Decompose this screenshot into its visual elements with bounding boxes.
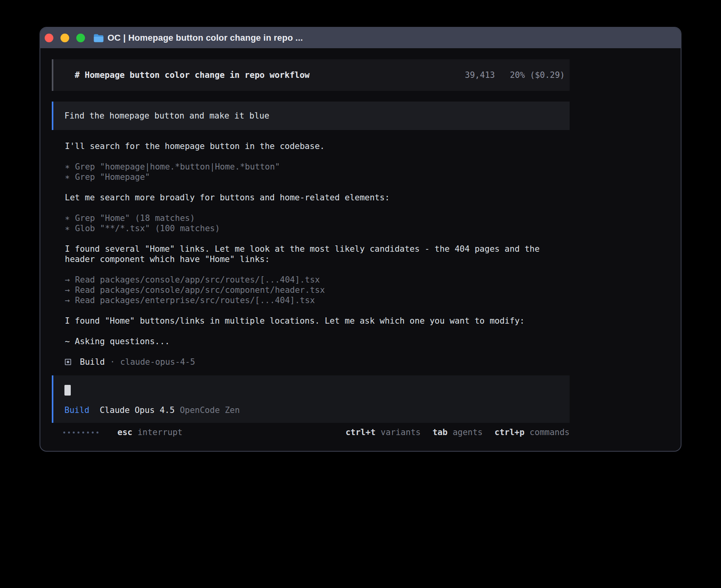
tool-call: → Read packages/console/app/src/routes/[…: [65, 275, 570, 285]
assistant-message: I found "Home" buttons/links in multiple…: [65, 316, 570, 326]
conversation: I'll search for the homepage button in t…: [65, 141, 570, 367]
session-stats: 39,413 20% ($0.29): [465, 70, 565, 80]
user-message: Find the homepage button and make it blu…: [52, 102, 570, 130]
close-button[interactable]: [45, 34, 53, 42]
tool-call-text: Grep "Home" (18 matches): [75, 213, 195, 223]
input-agent-label: Build: [64, 405, 89, 415]
esc-label: interrupt: [138, 427, 183, 437]
agent-build-icon: [65, 359, 71, 365]
ctrl-t-key: ctrl+t: [345, 427, 376, 437]
tool-call: ∗ Grep "homepage|home.*button|Home.*butt…: [65, 162, 570, 172]
tool-call: ∗ Glob "**/*.tsx" (100 matches): [65, 223, 570, 234]
agent-separator: ·: [110, 357, 115, 367]
minimize-button[interactable]: [60, 34, 69, 42]
commands-hint: ctrl+p commands: [495, 427, 570, 437]
token-count: 39,413: [465, 70, 495, 80]
tool-call-group: → Read packages/console/app/src/routes/[…: [65, 275, 570, 305]
variants-hint: ctrl+t variants: [345, 427, 421, 437]
esc-key: esc: [117, 427, 132, 437]
agents-hint: tab agents: [432, 427, 483, 437]
tool-call-text: Read packages/enterprise/src/routes/[...…: [75, 295, 315, 305]
assistant-message: I found several "Home" links. Let me loo…: [65, 244, 570, 264]
asking-status: ~ Asking questions...: [65, 336, 570, 347]
context-usage: 20% ($0.29): [510, 70, 565, 80]
tool-call-group: ∗ Grep "Home" (18 matches) ∗ Glob "**/*.…: [65, 213, 570, 234]
agents-label: agents: [453, 427, 483, 437]
assistant-message: I'll search for the homepage button in t…: [65, 141, 570, 151]
tool-call-text: Read packages/console/app/src/routes/[..…: [75, 275, 320, 285]
asterisk-icon: ∗: [65, 162, 70, 172]
tool-call: → Read packages/enterprise/src/routes/[.…: [65, 295, 570, 305]
input-model-label: Claude Opus 4.5: [100, 405, 175, 415]
input-provider-label: OpenCode Zen: [180, 405, 240, 415]
tool-call-text: Grep "Homepage": [75, 172, 150, 182]
prompt-input[interactable]: Build Claude Opus 4.5 OpenCode Zen: [52, 375, 570, 423]
arrow-right-icon: →: [65, 285, 70, 295]
tool-call: ∗ Grep "Home" (18 matches): [65, 213, 570, 223]
spinner-dots: [63, 432, 98, 433]
titlebar[interactable]: OC | Homepage button color change in rep…: [40, 28, 681, 48]
tool-call-text: Grep "homepage|home.*button|Home.*button…: [75, 162, 280, 172]
user-message-text: Find the homepage button and make it blu…: [64, 111, 269, 121]
arrow-right-icon: →: [65, 295, 70, 305]
assistant-message: Let me search more broadly for buttons a…: [65, 192, 570, 203]
tool-call: → Read packages/console/app/src/componen…: [65, 285, 570, 295]
tool-call-text: Read packages/console/app/src/component/…: [75, 285, 325, 295]
variants-label: variants: [381, 427, 421, 437]
tool-call-text: Glob "**/*.tsx" (100 matches): [75, 223, 220, 234]
asterisk-icon: ∗: [65, 223, 70, 234]
asterisk-icon: ∗: [65, 213, 70, 223]
terminal-window: OC | Homepage button color change in rep…: [40, 27, 681, 452]
tool-call-group: ∗ Grep "homepage|home.*button|Home.*butt…: [65, 162, 570, 182]
traffic-lights: [45, 34, 85, 42]
folder-icon: [93, 34, 104, 43]
input-footer: Build Claude Opus 4.5 OpenCode Zen: [64, 405, 570, 415]
zoom-button[interactable]: [76, 34, 85, 42]
agent-model: claude-opus-4-5: [120, 357, 195, 367]
arrow-right-icon: →: [65, 275, 70, 285]
text-cursor: [64, 385, 71, 396]
ctrl-p-key: ctrl+p: [495, 427, 525, 437]
commands-label: commands: [530, 427, 570, 437]
tool-call: ∗ Grep "Homepage": [65, 172, 570, 182]
shortcut-hints: ctrl+t variants tab agents ctrl+p comman…: [345, 427, 570, 437]
window-title: OC | Homepage button color change in rep…: [108, 33, 303, 43]
session-title: # Homepage button color change in repo w…: [75, 70, 310, 80]
tab-key: tab: [432, 427, 447, 437]
status-bar: esc interrupt ctrl+t variants tab agents…: [52, 427, 570, 437]
session-header: # Homepage button color change in repo w…: [52, 59, 570, 91]
agent-name: Build: [80, 357, 105, 367]
agent-row: Build · claude-opus-4-5: [65, 357, 570, 367]
interrupt-hint: esc interrupt: [117, 427, 183, 437]
asterisk-icon: ∗: [65, 172, 70, 182]
